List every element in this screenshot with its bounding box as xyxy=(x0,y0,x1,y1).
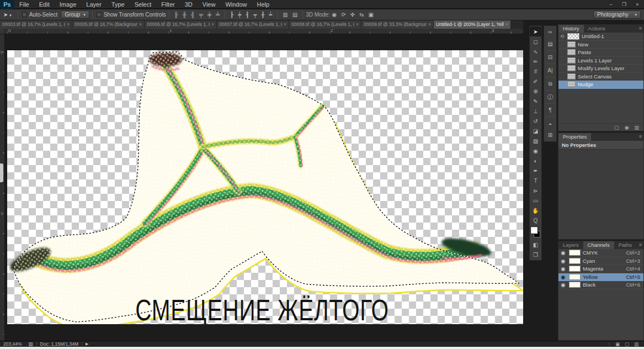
history-state-row[interactable]: Modify Levels Layer xyxy=(558,65,643,73)
doc-tab-00008[interactable]: 00008.tif @ 16,7% (Levels 1, Laye...× xyxy=(289,20,361,29)
group-dropdown[interactable]: Group▾ xyxy=(61,10,89,19)
marquee-tool[interactable]: ◻ xyxy=(530,36,541,46)
horizontal-ruler[interactable]: 0 1 2 3 xyxy=(5,29,523,34)
tab-paths[interactable]: Paths xyxy=(614,241,636,249)
tab-close-icon[interactable]: × xyxy=(428,20,431,29)
tab-close-icon[interactable]: × xyxy=(356,20,359,29)
align-bottom-icon[interactable]: ╧ xyxy=(214,12,222,18)
3d-orbit-icon[interactable]: ◉ xyxy=(330,12,339,18)
tab-close-icon[interactable]: × xyxy=(67,20,70,29)
clone-source-panel-icon[interactable]: ⧉ xyxy=(544,78,556,89)
paragraph-panel-icon[interactable]: ¶ xyxy=(544,104,556,116)
channel-row-black[interactable]: ◉ BlackCtrl+6 xyxy=(558,281,643,289)
doc-tab-00006[interactable]: 00006.tif @ 16,7% (Levels 1, Laye...× xyxy=(145,20,217,29)
align-top-icon[interactable]: ╤ xyxy=(197,12,205,18)
restore-button[interactable]: ❐ xyxy=(618,1,631,8)
distribute-hcenter-icon[interactable]: ╂ xyxy=(259,12,267,18)
menu-window[interactable]: Window xyxy=(220,0,252,9)
doc-tab-00003[interactable]: 00003.tif @ 16,7% (Levels 1, Laye...× xyxy=(0,20,72,29)
menu-filter[interactable]: Filter xyxy=(156,0,179,9)
eyedropper-tool[interactable]: ✐ xyxy=(530,76,541,86)
tab-close-icon[interactable]: × xyxy=(139,20,142,29)
quick-mask-toggle[interactable]: ◧ xyxy=(530,240,541,250)
tool-presets-panel-icon[interactable]: ▤ xyxy=(544,38,556,50)
lasso-tool[interactable]: ∿ xyxy=(530,46,541,56)
foreground-color-swatch[interactable] xyxy=(531,227,537,234)
distribute-left-icon[interactable]: ┯ xyxy=(251,12,259,18)
new-snapshot-icon[interactable]: ◉ xyxy=(625,125,629,130)
channel-row-yellow-selected[interactable]: ◉ YellowCtrl+5 xyxy=(558,273,643,282)
tab-layers[interactable]: Layers xyxy=(558,241,583,249)
tab-close-icon[interactable]: × xyxy=(505,20,508,29)
new-document-from-state-icon[interactable]: ▢ xyxy=(614,125,619,130)
show-transform-checkbox[interactable] xyxy=(97,12,102,17)
menu-select[interactable]: Select xyxy=(130,0,157,9)
history-state-row[interactable]: New xyxy=(558,41,643,49)
brush-tool[interactable]: ✎ xyxy=(530,96,541,106)
menu-3d[interactable]: 3D xyxy=(180,0,198,9)
doc-tab-untitled-1-active[interactable]: Untitled-1 @ 203% (Layer 1, Yellow/8) *× xyxy=(434,20,511,29)
quick-selection-tool[interactable]: ✏ xyxy=(530,56,541,66)
new-channel-icon[interactable]: ▢ xyxy=(625,341,629,347)
visibility-eye-icon[interactable]: ◉ xyxy=(560,274,567,280)
channel-row-magenta[interactable]: ◉ MagentaCtrl+4 xyxy=(558,265,643,273)
distribute-right-icon[interactable]: ┷ xyxy=(267,12,274,18)
hand-tool[interactable]: ✋ xyxy=(530,205,541,215)
3d-pan-icon[interactable]: ✜ xyxy=(348,12,357,18)
doc-tab-00007[interactable]: 00007.tif @ 16,7% (Levels 1, Laye...× xyxy=(217,20,289,29)
tab-properties[interactable]: Properties xyxy=(558,133,591,141)
pen-tool[interactable]: ✒ xyxy=(530,166,541,176)
path-selection-tool[interactable]: ⊳ xyxy=(530,186,541,195)
collapsed-panel-pull-tab[interactable] xyxy=(0,163,3,182)
gradient-tool[interactable]: ▨ xyxy=(530,136,541,146)
auto-select-checkbox[interactable] xyxy=(22,12,27,17)
delete-channel-icon[interactable]: ▥ xyxy=(634,341,638,347)
history-brush-source-icon[interactable]: ⟲ xyxy=(560,34,565,39)
dodge-tool[interactable]: ◐ xyxy=(530,156,541,166)
current-tool-icon[interactable]: ➤ ▾ xyxy=(0,12,15,18)
info-panel-icon[interactable]: ⓘ xyxy=(544,91,556,103)
clone-stamp-tool[interactable]: ⊥ xyxy=(530,106,541,116)
tab-close-icon[interactable]: × xyxy=(284,20,286,29)
tab-channels[interactable]: Channels xyxy=(583,241,614,249)
menu-layer[interactable]: Layer xyxy=(81,0,107,9)
zoom-tool[interactable]: Q xyxy=(530,215,541,225)
tab-history[interactable]: History xyxy=(558,25,584,33)
history-state-row[interactable]: Paste xyxy=(558,49,643,57)
menu-view[interactable]: View xyxy=(198,0,221,9)
auto-distribute-icon[interactable]: ▤ xyxy=(290,12,300,18)
tab-actions[interactable]: Actions xyxy=(584,25,610,33)
history-state-row-selected[interactable]: Nudge xyxy=(558,81,643,89)
close-button[interactable]: × xyxy=(631,1,644,8)
3d-roll-icon[interactable]: ⟳ xyxy=(339,12,348,18)
history-state-row[interactable]: Select Canvas xyxy=(558,73,643,81)
healing-brush-tool[interactable]: ⊕ xyxy=(530,86,541,96)
auto-align-icon[interactable]: ▥ xyxy=(280,12,290,18)
visibility-eye-icon[interactable]: ◉ xyxy=(560,258,567,264)
layer-comps-panel-icon[interactable]: ⊟ xyxy=(544,51,556,63)
zoom-level-field[interactable]: 203,44% xyxy=(0,341,25,347)
crop-tool[interactable]: # xyxy=(530,66,541,76)
distribute-bottom-icon[interactable]: ┨ xyxy=(243,12,251,18)
menu-type[interactable]: Type xyxy=(107,0,130,9)
visibility-eye-icon[interactable]: ◉ xyxy=(560,282,567,288)
move-tool[interactable]: ➤ xyxy=(530,27,541,36)
doc-tab-00005[interactable]: 00005.tif @ 16,7% (Background c...× xyxy=(72,20,145,29)
type-tool[interactable]: T xyxy=(530,176,541,186)
save-selection-as-channel-icon[interactable]: ▣ xyxy=(615,341,620,347)
history-state-row[interactable]: Levels 1 Layer xyxy=(558,57,643,65)
character-panel-icon[interactable]: A| xyxy=(544,65,556,76)
vertical-ruler[interactable]: 0 1 xyxy=(0,34,5,341)
panel-menu-icon[interactable]: ≡ xyxy=(639,134,642,139)
grid-panel-icon[interactable]: ⊞ xyxy=(544,129,556,141)
canvas-viewport[interactable]: СМЕЩЕНИЕ ЖЁЛТОГО xyxy=(5,34,523,341)
channel-row-cmyk[interactable]: ◉ CMYKCtrl+2 xyxy=(558,249,643,257)
menu-image[interactable]: Image xyxy=(55,0,82,9)
menu-help[interactable]: Help xyxy=(252,0,275,9)
brush-panel-icon[interactable]: ✑ xyxy=(544,27,556,38)
align-left-icon[interactable]: ╟ xyxy=(172,12,180,18)
workspace-dropdown[interactable]: Photography▾ xyxy=(593,10,641,19)
history-snapshot-row[interactable]: ⟲ Untitled-1 xyxy=(558,33,643,41)
menu-file[interactable]: File xyxy=(14,0,34,9)
blur-tool[interactable]: ◉ xyxy=(530,146,541,156)
